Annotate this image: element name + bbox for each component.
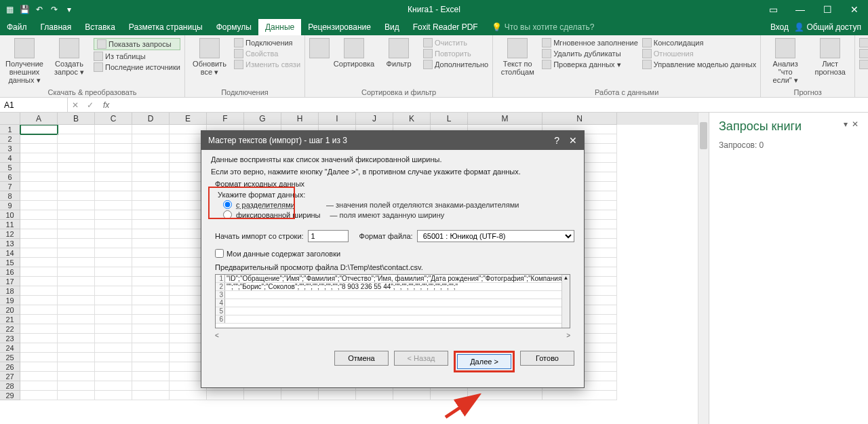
properties-button[interactable]: Свойства [234, 49, 300, 58]
cell[interactable] [20, 191, 58, 201]
cell[interactable] [58, 172, 95, 182]
relationships-button[interactable]: Отношения [642, 49, 756, 58]
forecast-sheet-button[interactable]: Лист прогноза [810, 38, 850, 76]
cell[interactable] [132, 381, 170, 391]
cell[interactable] [95, 134, 132, 144]
cell[interactable] [244, 391, 281, 400]
maximize-icon[interactable]: ☐ [814, 0, 841, 19]
vertical-scrollbar[interactable] [698, 113, 709, 424]
column-header[interactable]: L [431, 113, 468, 125]
cell[interactable] [20, 286, 58, 296]
cell[interactable] [468, 391, 542, 400]
cancel-button[interactable]: Отмена [334, 351, 389, 366]
scrollbar-thumb[interactable] [700, 122, 707, 149]
cell[interactable] [20, 296, 58, 305]
column-header[interactable]: M [468, 113, 542, 125]
cell[interactable] [20, 391, 58, 400]
row-header[interactable]: 7 [0, 182, 20, 191]
dialog-help-icon[interactable]: ? [554, 135, 559, 146]
cell[interactable] [95, 248, 132, 258]
cell[interactable] [132, 182, 170, 191]
close-icon[interactable]: ✕ [841, 0, 868, 19]
cell[interactable] [95, 362, 132, 372]
finish-button[interactable]: Готово [520, 351, 574, 366]
cell[interactable] [20, 220, 58, 229]
cell[interactable] [20, 334, 58, 343]
cell[interactable] [132, 239, 170, 248]
column-header[interactable]: N [542, 113, 617, 125]
cell[interactable] [95, 296, 132, 305]
column-header[interactable]: C [95, 113, 132, 125]
name-box[interactable]: A1 [0, 98, 68, 113]
show-queries-button[interactable]: Показать запросы [94, 38, 180, 50]
cell[interactable] [58, 296, 95, 305]
cell[interactable] [20, 163, 58, 172]
row-header[interactable]: 24 [0, 343, 20, 353]
cell[interactable] [58, 362, 95, 372]
row-header[interactable]: 8 [0, 191, 20, 201]
row-header[interactable]: 14 [0, 248, 20, 258]
start-row-input[interactable] [308, 230, 349, 242]
cell[interactable] [20, 201, 58, 210]
cell[interactable] [20, 172, 58, 182]
cell[interactable] [20, 210, 58, 220]
dialog-titlebar[interactable]: Мастер текстов (импорт) - шаг 1 из 3 ? ✕ [201, 131, 584, 150]
cell[interactable] [132, 229, 170, 239]
row-header[interactable]: 29 [0, 391, 20, 400]
fx-icon[interactable]: fx [98, 100, 115, 110]
sort-az-button[interactable] [309, 38, 330, 60]
tab-review[interactable]: Рецензирование [301, 19, 378, 35]
cell[interactable] [95, 172, 132, 182]
panel-menu-icon[interactable]: ▾ [844, 119, 848, 129]
cell[interactable] [58, 144, 95, 153]
cell[interactable] [132, 163, 170, 172]
cell[interactable] [95, 381, 132, 391]
ungroup-button[interactable]: Разгруппировать ▾ [859, 49, 868, 58]
cell[interactable] [132, 391, 170, 400]
redo-icon[interactable]: ↷ [47, 5, 61, 14]
cell[interactable] [58, 277, 95, 286]
cell[interactable] [95, 391, 132, 400]
row-header[interactable]: 15 [0, 258, 20, 267]
row-header[interactable]: 1 [0, 125, 20, 134]
cell[interactable] [95, 239, 132, 248]
new-query-button[interactable]: Создать запрос ▾ [49, 38, 90, 76]
cell[interactable] [58, 324, 95, 334]
tab-data[interactable]: Данные [258, 19, 301, 35]
cell[interactable] [132, 220, 170, 229]
row-header[interactable]: 3 [0, 144, 20, 153]
cell[interactable] [132, 144, 170, 153]
cell[interactable] [356, 391, 393, 400]
cell[interactable] [20, 315, 58, 324]
cell[interactable] [132, 343, 170, 353]
cell[interactable] [20, 239, 58, 248]
tell-me-search[interactable]: 💡 Что вы хотите сделать? [485, 22, 595, 32]
remove-duplicates-button[interactable]: Удалить дубликаты [542, 49, 638, 58]
cell[interactable] [207, 391, 244, 400]
login-link[interactable]: Вход [770, 22, 789, 32]
cell[interactable] [58, 372, 95, 381]
cell[interactable] [132, 334, 170, 343]
row-header[interactable]: 21 [0, 315, 20, 324]
cell[interactable] [20, 125, 58, 134]
cell[interactable] [132, 172, 170, 182]
qa-customize-icon[interactable]: ▾ [62, 5, 76, 14]
row-header[interactable]: 10 [0, 210, 20, 220]
row-header[interactable]: 23 [0, 334, 20, 343]
column-header[interactable]: D [132, 113, 170, 125]
row-header[interactable]: 17 [0, 277, 20, 286]
column-header[interactable]: I [319, 113, 356, 125]
row-header[interactable]: 19 [0, 296, 20, 305]
connections-button[interactable]: Подключения [234, 38, 300, 47]
cell[interactable] [58, 220, 95, 229]
column-header[interactable]: G [244, 113, 281, 125]
cell[interactable] [95, 182, 132, 191]
cell[interactable] [95, 210, 132, 220]
cell[interactable] [132, 324, 170, 334]
cell[interactable] [542, 391, 617, 400]
row-header[interactable]: 5 [0, 163, 20, 172]
tab-foxit[interactable]: Foxit Reader PDF [406, 19, 485, 35]
data-model-button[interactable]: Управление моделью данных [642, 60, 756, 69]
data-validation-button[interactable]: Проверка данных ▾ [542, 60, 638, 69]
cell[interactable] [58, 229, 95, 239]
